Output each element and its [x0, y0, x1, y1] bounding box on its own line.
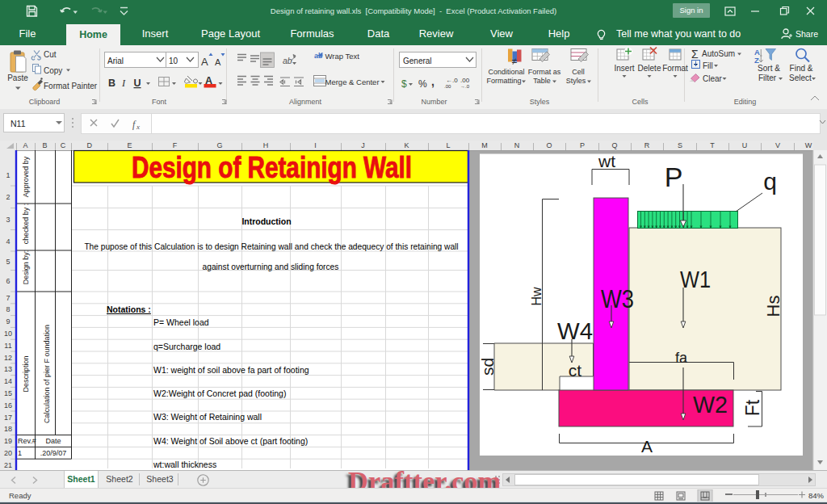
- svg-text:A: A: [201, 56, 208, 68]
- svg-text:4: 4: [6, 237, 10, 246]
- svg-text:Sort &: Sort &: [758, 64, 780, 73]
- svg-text:18: 18: [4, 425, 12, 433]
- svg-text:F: F: [173, 141, 178, 149]
- svg-text:9: 9: [6, 317, 10, 326]
- svg-text:W3: Weight of Retaining wall: W3: Weight of Retaining wall: [153, 412, 262, 422]
- svg-text:8: 8: [6, 305, 10, 313]
- svg-text:Copy: Copy: [44, 66, 62, 75]
- svg-text:A: A: [641, 437, 653, 456]
- svg-text:A: A: [23, 141, 27, 149]
- svg-text:sd: sd: [478, 358, 497, 376]
- svg-text:AutoSum: AutoSum: [702, 49, 735, 58]
- svg-text:15: 15: [4, 389, 12, 397]
- svg-text:W3: W3: [601, 284, 634, 313]
- svg-text:Calculation of pier F oundatio: Calculation of pier F oundation: [43, 325, 51, 423]
- svg-text:10: 10: [4, 330, 12, 338]
- svg-text:Filter: Filter: [758, 74, 777, 82]
- svg-text:17: 17: [4, 414, 12, 422]
- svg-text:S: S: [678, 141, 682, 149]
- svg-text:2: 2: [6, 193, 10, 201]
- svg-text:B: B: [108, 78, 115, 89]
- svg-text:Merge & Center: Merge & Center: [325, 78, 380, 86]
- svg-text:Clear: Clear: [703, 74, 723, 83]
- svg-text:$: $: [401, 78, 407, 90]
- svg-text:Q: Q: [611, 141, 617, 149]
- svg-text:16: 16: [4, 401, 12, 410]
- svg-text:W4: Weight of Soil above ct (p: W4: Weight of Soil above ct (part footin…: [153, 436, 308, 446]
- svg-text:V: V: [775, 141, 780, 149]
- svg-text:D: D: [86, 141, 92, 149]
- svg-text:P: P: [580, 141, 585, 149]
- svg-text:.00: .00: [444, 84, 451, 89]
- svg-text:7: 7: [6, 294, 10, 302]
- svg-text:W4: W4: [557, 317, 593, 344]
- svg-text:wt:wall thickness: wt:wall thickness: [153, 460, 216, 469]
- svg-text:Fill: Fill: [703, 61, 713, 70]
- svg-text:Date: Date: [45, 437, 61, 445]
- svg-text:against overturning and slidin: against overturning and sliding forces: [203, 262, 339, 271]
- svg-text:Styles: Styles: [566, 77, 586, 85]
- svg-text:Find &: Find &: [790, 64, 813, 73]
- svg-text:Notations :: Notations :: [107, 304, 151, 314]
- svg-text:ab: ab: [283, 56, 292, 65]
- svg-text:E: E: [127, 141, 132, 149]
- svg-text:fa: fa: [675, 350, 688, 366]
- svg-text:Z: Z: [754, 56, 759, 65]
- svg-text:M: M: [481, 141, 488, 149]
- svg-text:J: J: [361, 141, 365, 149]
- svg-text:Cut: Cut: [44, 50, 57, 59]
- svg-text:W1: W1: [680, 267, 711, 292]
- svg-text:12: 12: [4, 354, 12, 362]
- svg-text:5: 5: [6, 258, 10, 266]
- svg-text:Rev.#: Rev.#: [18, 437, 36, 445]
- svg-text:R: R: [644, 141, 650, 149]
- svg-text:C: C: [61, 141, 66, 149]
- svg-text:Σ: Σ: [691, 48, 699, 61]
- svg-text:W2: W2: [693, 391, 728, 418]
- svg-text:Hs: Hs: [763, 296, 783, 317]
- svg-text:21: 21: [4, 461, 12, 469]
- svg-text:N: N: [514, 141, 520, 149]
- svg-text:W: W: [805, 141, 812, 149]
- svg-text:1: 1: [18, 449, 22, 457]
- svg-text:P: P: [665, 162, 683, 192]
- svg-text:Formatting: Formatting: [486, 77, 521, 85]
- svg-text:Format: Format: [662, 64, 688, 73]
- svg-text:Approved by: Approved by: [22, 156, 30, 197]
- svg-text:U: U: [134, 78, 141, 89]
- svg-text:Conditional: Conditional: [488, 68, 524, 76]
- svg-text:O: O: [546, 141, 552, 149]
- svg-text:W2:Weight of Concret pad (foot: W2:Weight of Concret pad (footing): [153, 388, 286, 398]
- svg-text:13: 13: [4, 365, 12, 373]
- svg-text:P= Wheel load: P= Wheel load: [153, 317, 209, 327]
- svg-text:Delete: Delete: [638, 64, 661, 73]
- svg-text:3: 3: [6, 216, 10, 224]
- svg-text:Format as: Format as: [528, 68, 561, 76]
- svg-text:14: 14: [4, 377, 12, 385]
- svg-text:q: q: [763, 168, 777, 195]
- svg-text:.20/9/07: .20/9/07: [40, 449, 67, 457]
- svg-text:Format Painter: Format Painter: [44, 82, 98, 90]
- svg-text:,: ,: [431, 75, 434, 88]
- svg-text:U: U: [742, 141, 748, 149]
- svg-text:Cell: Cell: [572, 68, 585, 76]
- svg-text:6: 6: [6, 277, 10, 285]
- svg-text:Design by:: Design by:: [22, 250, 30, 285]
- svg-text:Paste: Paste: [7, 74, 28, 82]
- svg-text:←.0: ←.0: [446, 77, 458, 84]
- svg-text:20: 20: [4, 449, 12, 457]
- svg-text:General: General: [403, 57, 432, 65]
- svg-text:q=Surcharge load: q=Surcharge load: [153, 342, 220, 351]
- svg-text:x: x: [136, 123, 140, 130]
- svg-text:Insert: Insert: [614, 64, 634, 73]
- svg-text:1: 1: [6, 171, 10, 179]
- svg-text:Select: Select: [789, 74, 812, 82]
- svg-text:H: H: [263, 141, 269, 149]
- svg-text:Description: Description: [22, 355, 30, 392]
- svg-text:K: K: [404, 141, 409, 149]
- svg-text:wt: wt: [598, 152, 615, 170]
- svg-text:%: %: [418, 78, 427, 90]
- svg-text:I: I: [121, 78, 126, 89]
- svg-text:Table: Table: [533, 77, 551, 85]
- svg-text:→.0: →.0: [460, 84, 470, 89]
